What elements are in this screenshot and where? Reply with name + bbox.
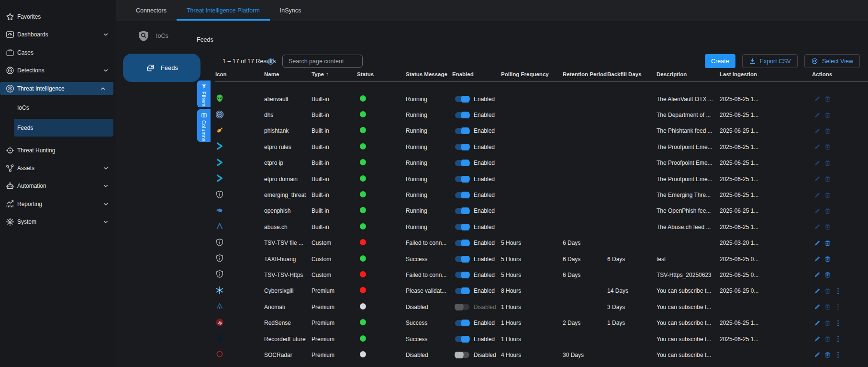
- edit-icon[interactable]: [813, 351, 821, 358]
- sidebar-item-cases[interactable]: Cases: [0, 44, 116, 62]
- column-header-last-ingestion[interactable]: Last Ingestion: [720, 71, 812, 77]
- delete-icon[interactable]: [824, 207, 831, 215]
- edit-icon[interactable]: [813, 320, 821, 327]
- more-actions-icon[interactable]: [835, 351, 842, 358]
- actions-cell: [812, 287, 868, 295]
- column-header-enabled[interactable]: Enabled: [452, 71, 501, 77]
- enabled-toggle[interactable]: [455, 224, 469, 230]
- sidebar-item-detections[interactable]: Detections: [0, 61, 116, 80]
- delete-icon[interactable]: [824, 127, 831, 135]
- tab-threat-intelligence-platform[interactable]: Threat Intelligence Platform: [177, 0, 270, 21]
- sidebar-item-threat-intelligence[interactable]: Threat Intelligence: [0, 82, 113, 95]
- tab-insyncs[interactable]: InSyncs: [270, 0, 311, 21]
- name-cell: Anomali: [264, 304, 312, 310]
- enabled-toggle[interactable]: [455, 304, 469, 310]
- column-header-type[interactable]: Type↑: [312, 71, 357, 77]
- edit-icon[interactable]: [813, 207, 821, 215]
- table-row: CybersixgillPremiumPlease validat...Enab…: [215, 283, 868, 299]
- edit-icon[interactable]: [813, 175, 821, 183]
- enabled-toggle[interactable]: [455, 160, 469, 166]
- enabled-toggle[interactable]: [455, 144, 469, 150]
- sidebar-item-iocs[interactable]: IoCs: [0, 98, 116, 117]
- enabled-toggle[interactable]: [455, 272, 469, 278]
- columns-tab[interactable]: Columns: [197, 109, 211, 142]
- edit-icon[interactable]: [813, 287, 821, 295]
- edit-icon[interactable]: [813, 335, 821, 343]
- sidebar-item-reporting[interactable]: Reporting: [0, 195, 116, 213]
- select-view-button[interactable]: Select View: [804, 54, 860, 68]
- delete-icon[interactable]: [824, 320, 831, 327]
- column-header-polling-frequency[interactable]: Polling Frequency: [501, 71, 563, 77]
- sidebar-item-threat-hunting[interactable]: Threat Hunting: [0, 141, 116, 160]
- sidebar-item-dashboards[interactable]: Dashboards: [0, 25, 116, 44]
- sidebar-item-feeds[interactable]: Feeds: [14, 119, 113, 137]
- refresh-icon[interactable]: [267, 57, 275, 66]
- sidebar-item-assets[interactable]: Assets: [0, 159, 116, 177]
- column-header-status[interactable]: Status: [357, 71, 406, 77]
- column-header-status-message[interactable]: Status Message: [406, 71, 452, 77]
- delete-icon[interactable]: [824, 143, 831, 150]
- filters-tab[interactable]: Filters: [197, 80, 211, 107]
- icon-cell: [215, 174, 264, 184]
- type-cell: Built-in: [312, 160, 357, 166]
- delete-icon[interactable]: [824, 223, 831, 230]
- enabled-toggle[interactable]: [455, 352, 469, 358]
- column-header-name[interactable]: Name: [264, 71, 312, 77]
- tab-connectors[interactable]: Connectors: [126, 0, 177, 21]
- enabled-toggle[interactable]: [455, 112, 469, 118]
- enabled-toggle[interactable]: [455, 320, 469, 326]
- column-header-backfill-days[interactable]: Backfill Days: [607, 71, 657, 77]
- enabled-toggle[interactable]: [455, 96, 469, 102]
- enabled-toggle[interactable]: [455, 208, 469, 214]
- enabled-toggle[interactable]: [455, 288, 469, 294]
- subnav-item-iocs[interactable]: IoCs: [137, 30, 168, 42]
- column-header-description[interactable]: Description: [657, 71, 720, 77]
- edit-icon[interactable]: [813, 303, 821, 310]
- more-actions-icon[interactable]: [835, 287, 842, 295]
- last-ingestion-cell: 2025-06-25 1...: [720, 176, 812, 183]
- create-button[interactable]: Create: [705, 54, 735, 68]
- more-actions-icon[interactable]: [835, 303, 842, 310]
- enabled-toggle[interactable]: [455, 256, 469, 262]
- delete-icon[interactable]: [824, 160, 831, 167]
- delete-icon[interactable]: [824, 303, 831, 310]
- edit-icon[interactable]: [813, 255, 821, 263]
- delete-icon[interactable]: [824, 112, 831, 119]
- edit-icon[interactable]: [813, 271, 821, 278]
- delete-icon[interactable]: [824, 271, 831, 278]
- column-header-icon[interactable]: Icon: [215, 71, 264, 77]
- delete-icon[interactable]: [824, 351, 831, 358]
- edit-icon[interactable]: [813, 223, 821, 230]
- sidebar-item-favorites[interactable]: Favorites: [0, 8, 116, 26]
- export-csv-button[interactable]: Export CSV: [742, 54, 798, 68]
- edit-icon[interactable]: [813, 240, 821, 247]
- enabled-toggle[interactable]: [455, 192, 469, 198]
- edit-icon[interactable]: [813, 160, 821, 167]
- column-header-retention-period[interactable]: Retention Period: [563, 71, 607, 77]
- edit-icon[interactable]: [813, 95, 821, 103]
- column-header-actions[interactable]: Actions: [812, 71, 868, 77]
- edit-icon[interactable]: [813, 112, 821, 119]
- enabled-toggle[interactable]: [455, 128, 469, 134]
- more-actions-icon[interactable]: [835, 320, 842, 327]
- more-actions-icon[interactable]: [835, 335, 842, 343]
- edit-icon[interactable]: [813, 192, 821, 199]
- sidebar-item-system[interactable]: System: [0, 213, 116, 231]
- delete-icon[interactable]: [824, 240, 831, 247]
- delete-icon[interactable]: [824, 192, 831, 199]
- delete-icon[interactable]: [824, 255, 831, 263]
- delete-icon[interactable]: [824, 335, 831, 343]
- enabled-toggle[interactable]: [455, 336, 469, 342]
- delete-icon[interactable]: [824, 175, 831, 183]
- enabled-toggle[interactable]: [455, 176, 469, 182]
- delete-icon[interactable]: [824, 287, 831, 295]
- enabled-toggle[interactable]: [455, 240, 469, 246]
- edit-icon[interactable]: [813, 127, 821, 135]
- edit-icon[interactable]: [813, 143, 821, 150]
- search-input[interactable]: [288, 57, 367, 65]
- sidebar-item-automation[interactable]: Automation: [0, 177, 116, 195]
- actions-cell: [812, 160, 868, 167]
- subnav-item-feeds[interactable]: Feeds: [123, 54, 200, 82]
- delete-icon[interactable]: [824, 95, 831, 103]
- toggle-knob: [455, 304, 464, 310]
